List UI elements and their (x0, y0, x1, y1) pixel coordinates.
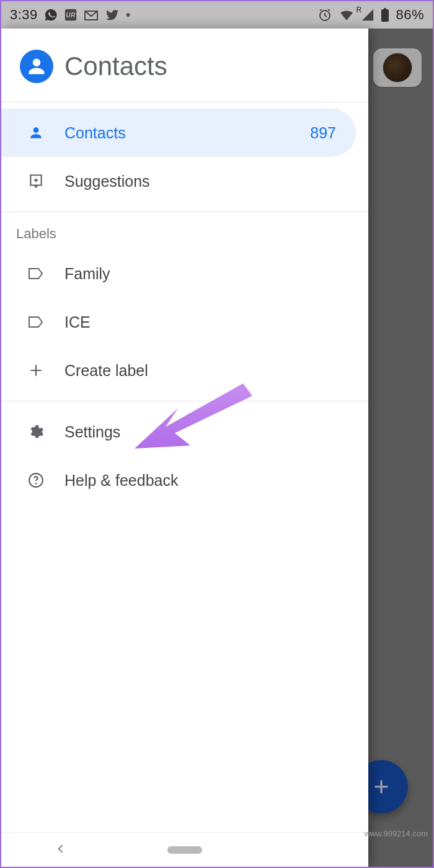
create-label-text: Create label (64, 362, 353, 380)
nav-contacts-count: 897 (310, 124, 336, 142)
drawer-header: Contacts (1, 29, 368, 102)
navigation-drawer: Contacts Contacts 897 Suggestions Labels… (1, 29, 368, 867)
person-icon (27, 124, 45, 141)
email-icon (84, 9, 99, 21)
svg-text:UR: UR (66, 12, 76, 19)
app-box-icon: UR (64, 8, 78, 22)
sparkle-box-icon (27, 172, 45, 190)
labels-section-title: Labels (1, 212, 368, 249)
label-family[interactable]: Family (1, 249, 368, 298)
drawer-title: Contacts (64, 51, 167, 81)
help-icon (27, 472, 45, 489)
nav-help[interactable]: Help & feedback (1, 456, 368, 504)
alarm-icon (317, 7, 332, 22)
signal-icon: R (361, 8, 374, 22)
gear-icon (27, 423, 45, 441)
label-icon (27, 265, 45, 282)
contacts-logo-icon (20, 50, 53, 83)
status-time: 3:39 (10, 7, 38, 23)
svg-point-6 (35, 483, 37, 485)
nav-suggestions-label: Suggestions (64, 172, 353, 190)
svg-rect-3 (381, 9, 389, 22)
nav-suggestions[interactable]: Suggestions (1, 157, 368, 205)
battery-percent: 86% (396, 7, 424, 23)
wifi-icon (339, 8, 355, 22)
battery-icon (381, 7, 389, 22)
home-pill[interactable] (167, 846, 202, 854)
svg-rect-4 (384, 8, 386, 10)
status-bar: 3:39 UR • R 86% (1, 1, 433, 29)
label-ice-text: ICE (64, 313, 353, 331)
app-background: 3:39 UR • R 86% Contacts (1, 1, 433, 867)
create-label[interactable]: Create label (1, 346, 368, 395)
twitter-icon (105, 8, 120, 22)
label-icon (27, 313, 45, 331)
nav-help-label: Help & feedback (64, 472, 353, 490)
label-ice[interactable]: ICE (1, 298, 368, 346)
nav-settings[interactable]: Settings (1, 408, 368, 456)
back-button[interactable] (55, 843, 67, 857)
watermark: www.989214.com (364, 829, 428, 838)
nav-contacts[interactable]: Contacts 897 (1, 109, 356, 157)
plus-icon (27, 362, 45, 379)
label-family-text: Family (64, 265, 353, 283)
whatsapp-icon (44, 8, 58, 22)
nav-settings-label: Settings (64, 423, 353, 441)
overflow-dot-icon: • (126, 7, 131, 23)
nav-contacts-label: Contacts (64, 124, 290, 142)
system-nav-bar (1, 832, 368, 867)
